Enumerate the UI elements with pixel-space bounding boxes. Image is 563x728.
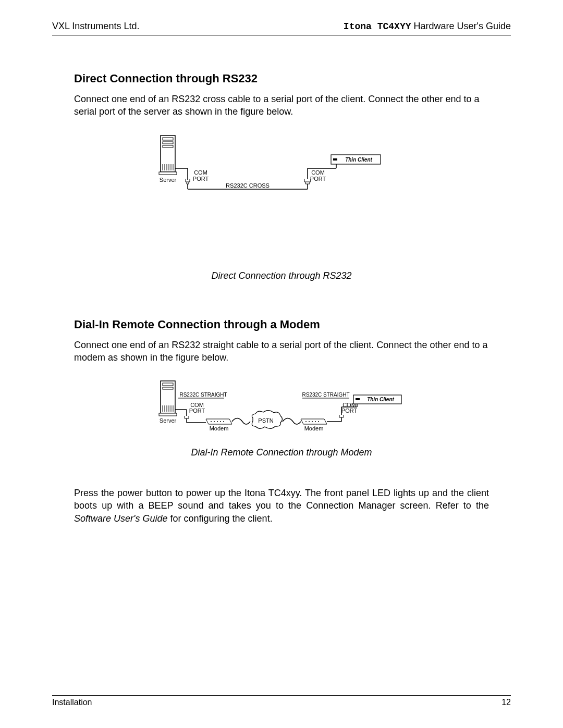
modem-icon-1: [206, 419, 232, 424]
fig1-cable-label: RS232C CROSS: [226, 182, 270, 189]
svg-rect-55: [356, 398, 360, 400]
page-header: VXL Instruments Ltd. Itona TC4XYY Hardwa…: [52, 21, 511, 35]
fig1-com2: COM: [311, 169, 325, 176]
svg-point-40: [220, 421, 221, 422]
svg-point-39: [217, 421, 218, 422]
fig1-thin-client-label: Thin Client: [345, 157, 372, 163]
svg-rect-2: [163, 142, 173, 144]
svg-point-44: [309, 421, 310, 422]
modem-icon-2: [301, 419, 327, 424]
svg-rect-30: [159, 413, 177, 416]
svg-point-38: [214, 421, 215, 422]
footer-page-number: 12: [501, 698, 511, 707]
content-area: Direct Connection through RS232 Connect …: [52, 72, 511, 525]
svg-point-37: [211, 421, 212, 422]
svg-rect-20: [333, 158, 337, 161]
page: VXL Instruments Ltd. Itona TC4XYY Hardwa…: [0, 0, 563, 728]
svg-marker-36: [206, 419, 232, 424]
footer-section: Installation: [52, 698, 92, 707]
thin-client-icon: Thin Client: [331, 155, 381, 164]
fig2-port2: PORT: [341, 408, 358, 414]
rs232-direct-diagram-icon: Server COM PORT RS232C CROSS COM: [151, 133, 412, 211]
section2-heading: Dial-In Remote Connection through a Mode…: [74, 318, 489, 331]
svg-rect-23: [163, 387, 173, 389]
power-text-2: for configuring the client.: [168, 513, 273, 524]
fig1-port2: PORT: [310, 176, 326, 182]
fig2-modem1-label: Modem: [210, 425, 229, 431]
power-text-1: Press the power button to power up the I…: [74, 488, 489, 511]
page-footer: Installation 12: [52, 695, 511, 707]
section1-paragraph: Connect one end of an RS232 cross cable …: [74, 93, 489, 118]
figure2-caption: Dial-In Remote Connection through Modem: [74, 447, 489, 458]
fig1-com1: COM: [194, 169, 207, 176]
thin-client-icon-2: Thin Client: [353, 395, 401, 404]
power-text-italic: Software User's Guide: [74, 513, 168, 524]
svg-point-46: [315, 421, 316, 422]
fig2-thin-client-label: Thin Client: [367, 397, 394, 402]
header-guide: Hardware User's Guide: [411, 21, 511, 31]
pstn-cloud-icon: PSTN: [252, 411, 282, 429]
header-company: VXL Instruments Ltd.: [52, 21, 139, 32]
fig2-pstn-label: PSTN: [258, 417, 273, 424]
svg-marker-42: [301, 419, 327, 424]
svg-point-41: [223, 421, 224, 422]
fig2-modem2-label: Modem: [304, 425, 324, 431]
svg-rect-10: [159, 172, 177, 175]
figure2: Server RS232C STRAIGHT COM PORT: [74, 378, 489, 443]
fig2-server-label: Server: [160, 417, 177, 424]
svg-rect-3: [163, 145, 173, 147]
modem-dialin-diagram-icon: Server RS232C STRAIGHT COM PORT: [151, 378, 412, 441]
fig1-server-label: Server: [160, 177, 177, 183]
svg-point-47: [318, 421, 319, 422]
fig2-cable1: RS232C STRAIGHT: [179, 392, 227, 398]
svg-point-45: [312, 421, 313, 422]
server-icon-2: [159, 381, 177, 416]
svg-rect-22: [163, 383, 173, 386]
section2-paragraph: Connect one end of an RS232 straight cab…: [74, 339, 489, 364]
figure1-caption: Direct Connection through RS232: [74, 270, 489, 281]
power-paragraph: Press the power button to power up the I…: [74, 487, 489, 525]
fig2-cable2: RS232C STRAIGHT: [302, 392, 349, 398]
fig2-port1: PORT: [189, 408, 205, 414]
svg-rect-1: [163, 138, 173, 140]
server-icon: [159, 135, 177, 175]
header-product: Itona TC4XYY: [344, 21, 411, 32]
header-doc-title: Itona TC4XYY Hardware User's Guide: [344, 21, 511, 32]
fig1-port1: PORT: [193, 176, 209, 182]
section1-heading: Direct Connection through RS232: [74, 72, 489, 85]
figure1: Server COM PORT RS232C CROSS COM: [74, 133, 489, 213]
svg-point-43: [305, 421, 307, 422]
